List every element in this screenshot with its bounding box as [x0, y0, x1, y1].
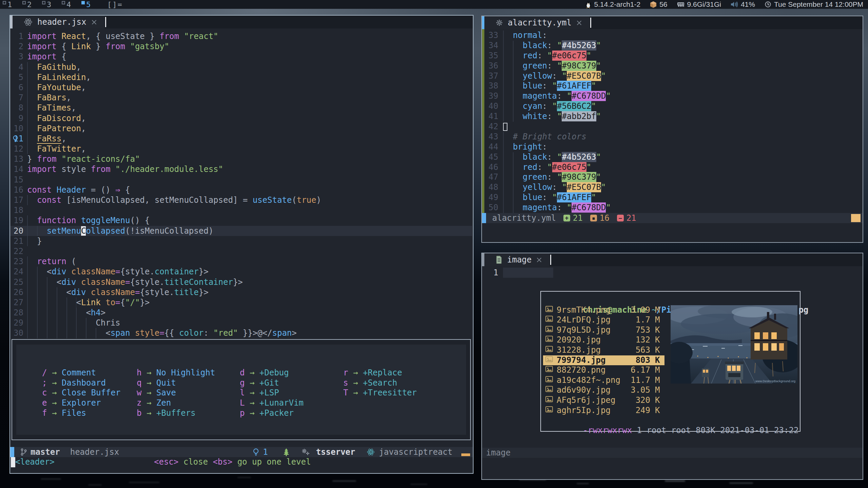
- line-number: 34: [482, 41, 498, 51]
- line-number: 20: [10, 226, 23, 236]
- git-added-icon: +: [563, 215, 570, 221]
- line-number: 8: [10, 103, 23, 113]
- statusline-filename: image: [486, 448, 510, 457]
- line-number: 38: [482, 81, 498, 91]
- line-number: 36: [482, 61, 498, 71]
- workspace-5[interactable]: 5: [81, 0, 96, 9]
- git-branch-icon: [20, 448, 27, 456]
- code-line: 6FaYoutube,: [10, 82, 472, 93]
- status-module: 5.14.2-arch1-2: [585, 0, 641, 8]
- tab-title: image: [507, 255, 532, 265]
- file-list-item[interactable]: AFq5r6j.jpeg320K: [541, 395, 800, 406]
- tab-alacritty-yml[interactable]: alacritty.yml: [482, 16, 590, 29]
- line-number: 16: [10, 185, 23, 195]
- line-number: 18: [10, 205, 23, 215]
- code-line: 47green: "#98C379": [482, 172, 862, 182]
- whichkey-binding: l → +LSP: [240, 388, 279, 397]
- line-number: 42: [482, 122, 498, 132]
- code-line: 49blue: "#61AFEF": [482, 193, 862, 203]
- tab-image[interactable]: image: [482, 253, 549, 266]
- image-file-icon: [545, 345, 557, 353]
- tabline: image: [482, 253, 863, 266]
- line-number: 5: [10, 72, 23, 82]
- treesitter-icon: [283, 448, 290, 456]
- memory-icon: [677, 1, 684, 7]
- status-module: Tue September 14 12:00PM: [765, 0, 863, 8]
- package-icon: [650, 1, 657, 8]
- code-line: 7FaBars,: [10, 93, 472, 103]
- code-line: 37yellow: "#E5C07B": [482, 71, 862, 81]
- git-added-count: 21: [573, 213, 583, 223]
- code-line: 2import { Link } from "gatsby": [10, 41, 472, 52]
- code-line: 38blue: "#61AFEF": [482, 81, 862, 91]
- statusline-filename: alacritty.yml: [492, 213, 556, 223]
- close-icon[interactable]: [91, 19, 97, 25]
- line-number: 2: [10, 41, 23, 52]
- code-line: 36green: "#98C379": [482, 61, 862, 71]
- lsp-icon: [301, 448, 310, 456]
- lightbulb-icon: [12, 135, 19, 143]
- line-number: 46: [482, 162, 498, 173]
- file-list-item[interactable]: ad6v90y.jpg3.05M: [541, 385, 800, 395]
- workspace-3[interactable]: 3: [42, 0, 57, 9]
- code-line: 8FaTimes,: [10, 103, 472, 113]
- topbar-status-modules: 5.14.2-arch1-2569.6Gi/31Gi41%Tue Septemb…: [585, 0, 868, 8]
- git-removed-icon: −: [617, 215, 624, 221]
- scrollbar-indicator: [461, 453, 470, 456]
- scroll-strip: [482, 253, 484, 266]
- line-number: 23: [10, 256, 23, 267]
- line-number: 30: [10, 328, 23, 338]
- code-area[interactable]: 1import React, { useState } from "react"…: [10, 28, 472, 338]
- workspace-2[interactable]: 2: [22, 0, 37, 9]
- line-number: 24: [10, 267, 23, 277]
- image-file-icon: [545, 375, 557, 383]
- whichkey-binding: r → +Replace: [343, 368, 402, 377]
- code-line: 39magenta: "#C678DD": [482, 91, 862, 101]
- line-number: 21: [10, 236, 23, 246]
- status-module: 56: [650, 0, 667, 8]
- tabline: alacritty.yml: [482, 16, 863, 29]
- workspace-4[interactable]: 4: [62, 0, 77, 9]
- line-number: 12: [10, 144, 23, 154]
- code-line: 16const Header = () ⇒ {: [10, 185, 472, 195]
- workspace-list: 12345: [3, 0, 101, 9]
- cmdline-hints: <esc> close <bs> go up one level: [154, 457, 311, 467]
- git-changed-count: 16: [600, 213, 610, 223]
- code-line: 20setMenuCollapsed(!isMenuCollapsed): [10, 226, 472, 236]
- penguin-icon: [585, 1, 592, 8]
- wallpaper-image-preview: www.DesktopBackground.org: [671, 305, 797, 384]
- tabline-cursor: [550, 255, 551, 265]
- tab-header-jsx[interactable]: header.jsx: [10, 16, 104, 28]
- code-line: 5FaLinkedin,: [10, 72, 472, 82]
- close-icon[interactable]: [536, 257, 542, 263]
- code-line: 17const [isMenuCollapsed, setMenuCollaps…: [10, 195, 472, 205]
- whichkey-binding: / → Comment: [42, 368, 96, 377]
- line-number: 6: [10, 82, 23, 93]
- code-line: 43# Bright colors: [482, 132, 862, 142]
- line-number: 40: [482, 101, 498, 112]
- code-area[interactable]: 33normal:34black: "#4b5263"35red: "#e06c…: [482, 29, 862, 213]
- git-branch: master: [31, 447, 60, 457]
- code-line: 19function toggleMenu() {: [10, 215, 472, 226]
- filetype: javascriptreact: [379, 447, 452, 457]
- file-permissions: -rwxrwxrwx 1 root root 803K 2021-03-01 2…: [541, 415, 800, 426]
- tab-title: header.jsx: [37, 17, 86, 27]
- statusline-filename: header.jsx: [70, 447, 119, 457]
- code-line: 27<Link to={"/"}>: [10, 297, 472, 308]
- status-module: 9.6Gi/31Gi: [677, 0, 721, 8]
- close-icon[interactable]: [576, 20, 582, 26]
- whichkey-binding: s → +Search: [343, 378, 397, 388]
- editor-window-image: image 1 chris@machine ~/Pictures/wallpap…: [481, 253, 863, 480]
- layout-indicator: []=: [107, 0, 123, 9]
- tab-title: alacritty.yml: [508, 18, 572, 27]
- line-number: 9: [10, 113, 23, 123]
- line-number: 1: [10, 31, 23, 41]
- code-line: 30<span style={{ color: "red" }}>@</span…: [10, 328, 472, 338]
- file-icon: [496, 256, 502, 264]
- code-line: 1import React, { useState } from "react": [10, 31, 472, 41]
- whichkey-binding: e → Explorer: [42, 398, 101, 408]
- workspace-1[interactable]: 1: [3, 0, 18, 9]
- code-area[interactable]: 1: [482, 266, 862, 278]
- git-removed-count: 21: [626, 213, 636, 223]
- file-list-item[interactable]: aghr5Ip.jpg249K: [541, 406, 800, 416]
